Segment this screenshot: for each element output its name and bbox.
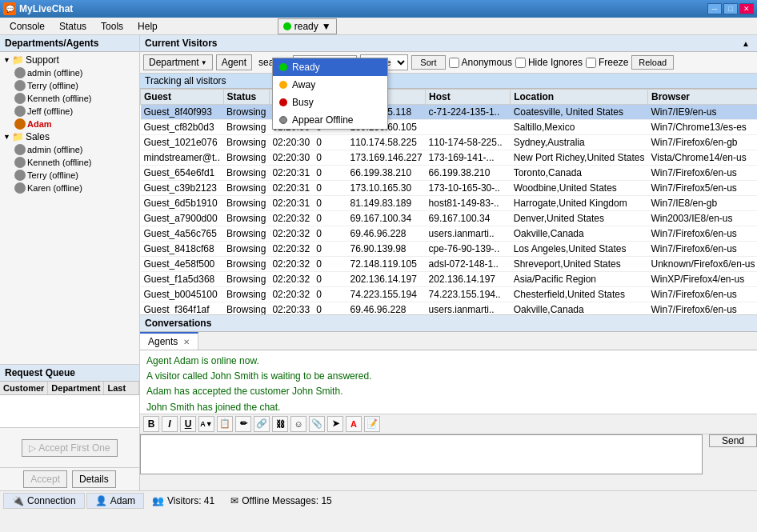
cell-guest: Guest_8f40f993 [141,105,224,120]
visitors-collapse-btn[interactable]: ▲ [739,39,752,48]
table-row[interactable]: Guest_6d5b1910 Browsing 02:20:31 0 81.14… [141,196,758,211]
menu-help[interactable]: Help [131,19,164,34]
table-row[interactable]: mindstreamer@t.. Browsing 02:20:30 0 173… [141,150,758,166]
dropdown-away[interactable]: Away [273,76,387,94]
edit-button[interactable]: ✏ [235,416,251,432]
sidebar-item-support-group[interactable]: ▼ 📁 Support [2,54,138,66]
cell-time: 02:20:32 [269,257,313,272]
table-row[interactable]: Guest_8418cf68 Browsing 02:20:32 0 76.90… [141,242,758,257]
table-row[interactable]: Guest_c39b2123 Browsing 02:20:31 0 173.1… [141,181,758,196]
sidebar-item-kenneth-sales[interactable]: Kenneth (offline) [2,156,138,169]
table-row[interactable]: Guest_1021e076 Browsing 02:20:30 0 110.1… [141,135,758,150]
table-row[interactable]: Guest_f1a5d368 Browsing 02:20:32 0 202.1… [141,272,758,287]
link2-button[interactable]: ⛓ [272,416,288,432]
sidebar-item-jeff-support[interactable]: Jeff (offline) [2,105,138,118]
copy-button[interactable]: 📋 [217,416,233,432]
anonymous-checkbox-label[interactable]: Anonymous [449,57,512,68]
cell-chats: 0 [313,211,346,226]
table-row[interactable]: Guest_4a56c765 Browsing 02:20:32 0 69.46… [141,226,758,242]
visitors-table-container[interactable]: Guest Status Time Chats IP Host Location… [140,89,757,314]
sidebar-item-kenneth-support[interactable]: Kenneth (offline) [2,92,138,105]
adam-avatar [14,118,26,130]
underline-button[interactable]: U [180,416,196,432]
details-button[interactable]: Details [72,470,116,488]
table-row[interactable]: Guest_b0045100 Browsing 02:20:32 0 74.22… [141,287,758,302]
cell-browser: Win7/IE9/en-us [647,105,757,120]
accept-first-button[interactable]: ▷ Accept First One [22,439,117,457]
minimize-button[interactable]: ─ [707,3,722,14]
font-button[interactable]: A▼ [198,416,214,432]
cell-guest: Guest_f1a5d368 [141,272,224,287]
table-row[interactable]: Guest_8f40f993 Browsing 02:20:28 1 65.34… [141,105,758,120]
conversation-message: Adam has accepted the customer John Smit… [146,384,751,399]
attach-button[interactable]: 📎 [309,416,325,432]
send-button[interactable]: Send [709,434,757,447]
message-input[interactable] [140,434,703,474]
dropdown-busy[interactable]: Busy [273,94,387,111]
cell-time: 02:20:33 [269,302,313,315]
hide-ignores-checkbox-label[interactable]: Hide Ignores [515,57,583,68]
send-icon-button[interactable]: ➤ [327,416,343,432]
agent-tab[interactable]: 👤 Adam [86,493,144,509]
dropdown-appear-offline[interactable]: Appear Offline [273,111,387,129]
admin-sales-avatar [14,144,26,155]
status-dropdown[interactable]: Ready Away Busy Appear Offline [272,58,388,130]
sidebar-item-terry-support[interactable]: Terry (offline) [2,79,138,92]
jeff-support-avatar [14,106,26,117]
freeze-checkbox[interactable] [586,58,596,68]
cell-host: host81-149-83-.. [426,196,511,211]
menu-tools[interactable]: Tools [94,19,130,34]
cell-guest: Guest_f364f1af [141,302,224,315]
cell-status: Browsing [223,150,269,166]
sidebar-item-terry-sales[interactable]: Terry (offline) [2,169,138,182]
emoji-button[interactable]: ☺ [290,416,306,432]
cell-status: Browsing [223,196,269,211]
dropdown-ready[interactable]: Ready [273,58,387,76]
freeze-checkbox-label[interactable]: Freeze [586,57,628,68]
bold-button[interactable]: B [143,416,159,432]
table-row[interactable]: Guest_f364f1af Browsing 02:20:33 0 69.46… [141,302,758,315]
table-row[interactable]: Guest_4e58f500 Browsing 02:20:32 0 72.14… [141,257,758,272]
cell-time: 02:20:32 [269,211,313,226]
sidebar-item-adam[interactable]: Adam [2,118,138,130]
cell-status: Browsing [223,120,269,135]
close-button[interactable]: ✕ [739,3,754,14]
accept-button[interactable]: Accept [23,470,67,488]
sidebar-item-admin-support[interactable]: admin (offline) [2,66,138,79]
sidebar-item-sales-group[interactable]: ▼ 📁 Sales [2,130,138,143]
anonymous-checkbox[interactable] [449,58,459,68]
reload-button[interactable]: Reload [631,55,674,70]
menu-console[interactable]: Console [3,19,51,34]
sidebar-item-karen-sales[interactable]: Karen (offline) [2,182,138,194]
status-ready-button[interactable]: ready ▼ [278,18,337,34]
maximize-button[interactable]: □ [723,3,738,14]
menu-status[interactable]: Status [53,19,93,34]
color-button[interactable]: A [346,416,362,432]
table-row[interactable]: Guest_654e6fd1 Browsing 02:20:31 0 66.19… [141,166,758,181]
cell-location: Asia/Pacific Region [511,272,648,287]
connection-tab[interactable]: 🔌 Connection [3,493,85,509]
tracking-bar: Tracking all visitors [140,74,757,89]
table-row[interactable]: Guest_a7900d00 Browsing 02:20:32 0 69.16… [141,211,758,226]
tab-close-icon[interactable]: ✕ [183,338,190,346]
title-bar-controls[interactable]: ─ □ ✕ [707,3,754,14]
table-row[interactable]: Guest_cf82b0d3 Browsing 02:20:30 0 189.1… [141,120,758,135]
sidebar-bottom-buttons: ▷ Accept First One [0,427,139,467]
cell-host: 173-10-165-30-.. [426,181,511,196]
note-button[interactable]: 📝 [364,416,380,432]
italic-button[interactable]: I [162,416,178,432]
cell-chats: 0 [313,302,346,315]
visitors-header: Current Visitors ▲ [140,35,757,52]
cell-status: Browsing [223,105,269,120]
agent-button[interactable]: Agent [216,54,252,70]
cell-status: Browsing [223,257,269,272]
sort-button[interactable]: Sort [411,55,445,70]
sidebar-item-admin-sales[interactable]: admin (offline) [2,143,138,156]
cell-guest: Guest_c39b2123 [141,181,224,196]
link-button[interactable]: 🔗 [254,416,270,432]
cell-chats: 0 [313,135,346,150]
department-button[interactable]: Department ▼ [143,54,213,70]
hide-ignores-checkbox[interactable] [515,58,526,68]
terry-support-avatar [14,80,26,91]
conversations-tab-agents[interactable]: Agents ✕ [140,332,198,350]
